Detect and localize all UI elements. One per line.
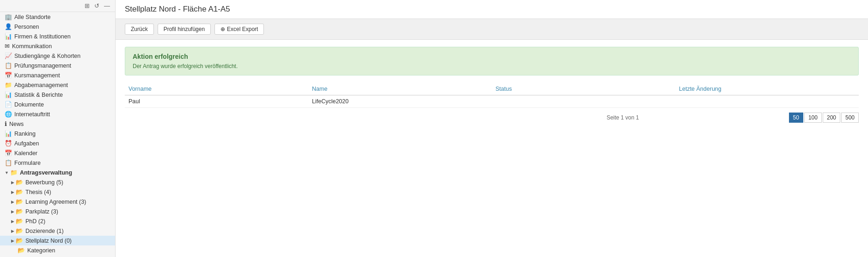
- item-label-studiengaenge: Studiengänge & Kohorten: [14, 53, 80, 59]
- page-size-200[interactable]: 200: [823, 113, 840, 123]
- sidebar-item-kursmanagement[interactable]: 📅Kursmanagement: [0, 70, 115, 80]
- item-icon-parkplatz: 📂: [16, 208, 23, 215]
- item-icon-formulare: 📋: [5, 159, 12, 166]
- sidebar-item-alle-standorte[interactable]: 🏢Alle Standorte: [0, 12, 115, 22]
- item-icon-stellplatz-nord: 📂: [16, 237, 23, 244]
- success-title: Aktion erfolgreich: [133, 53, 851, 60]
- page-title: Stellplatz Nord - Fläche A1-A5: [125, 5, 859, 14]
- table-header: Vorname Name Status Letzte Änderung: [125, 83, 859, 95]
- item-label-kalender: Kalender: [14, 150, 37, 157]
- item-label-kategorien: Kategorien: [27, 247, 55, 254]
- arrow-icon: ▶: [11, 200, 14, 204]
- item-label-antragsverwaltung: Antragsverwaltung: [20, 169, 72, 176]
- item-label-dokumente: Dokumente: [14, 101, 44, 108]
- sidebar-top-icons: ⊞ ↺ —: [0, 0, 115, 12]
- collapse-icon[interactable]: —: [103, 2, 111, 10]
- cell-name: LifeCycle2020: [308, 95, 492, 108]
- page-size-500[interactable]: 500: [841, 113, 859, 123]
- arrow-icon: ▶: [11, 229, 14, 233]
- item-icon-ranking: 📊: [5, 130, 12, 137]
- sidebar-items-container: 🏢Alle Standorte👤Personen📊Firmen & Instit…: [0, 12, 115, 257]
- item-label-aufgaben: Aufgaben: [14, 140, 39, 147]
- item-label-statistik: Statistik & Berichte: [14, 92, 63, 98]
- sidebar-item-phd[interactable]: ▶📂PhD (2): [0, 216, 115, 226]
- col-name[interactable]: Name: [308, 83, 492, 95]
- item-label-personen: Personen: [14, 24, 39, 30]
- item-icon-statistik: 📊: [5, 91, 12, 98]
- sidebar-item-internetauftritt[interactable]: 🌐Internetauftritt: [0, 109, 115, 119]
- sidebar-item-kalender[interactable]: 📅Kalender: [0, 148, 115, 158]
- item-label-parkplatz: Parkplatz (3): [25, 208, 58, 215]
- col-vorname[interactable]: Vorname: [125, 83, 308, 95]
- item-label-firmen: Firmen & Institutionen: [14, 33, 71, 40]
- item-icon-studiengaenge: 📈: [5, 52, 12, 59]
- arrow-icon: ▶: [11, 190, 14, 194]
- item-icon-thesis: 📂: [16, 188, 23, 195]
- sidebar-item-pruefungsmanagement[interactable]: 📋Prüfungsmanagement: [0, 61, 115, 70]
- back-button[interactable]: Zurück: [125, 24, 154, 35]
- item-icon-learning-agreement: 📂: [16, 198, 23, 205]
- page-header: Stellplatz Nord - Fläche A1-A5: [116, 0, 868, 19]
- item-icon-kalender: 📅: [5, 150, 12, 157]
- item-icon-aufgaben: ⏰: [5, 140, 12, 147]
- item-label-alle-standorte: Alle Standorte: [14, 14, 51, 20]
- item-icon-phd: 📂: [16, 218, 23, 225]
- item-icon-antragsverwaltung: 📁: [10, 169, 18, 176]
- sidebar-item-antragsverwaltung[interactable]: ▼📁Antragsverwaltung: [0, 168, 115, 177]
- sidebar-item-formulare[interactable]: 📋Formulare: [0, 158, 115, 168]
- excel-icon: ⊕: [220, 26, 225, 32]
- item-icon-kursmanagement: 📅: [5, 72, 12, 79]
- col-letzte-aenderung[interactable]: Letzte Änderung: [675, 83, 859, 95]
- sidebar-item-ranking[interactable]: 📊Ranking: [0, 129, 115, 138]
- data-table: Vorname Name Status Letzte Änderung Paul…: [125, 83, 859, 108]
- item-icon-internetauftritt: 🌐: [5, 111, 12, 118]
- main-content: Stellplatz Nord - Fläche A1-A5 Zurück Pr…: [116, 0, 868, 257]
- sidebar-item-dozierende[interactable]: ▶📂Dozierende (1): [0, 226, 115, 236]
- sidebar-item-studiengaenge[interactable]: 📈Studiengänge & Kohorten: [0, 51, 115, 61]
- item-label-formulare: Formulare: [14, 160, 41, 166]
- excel-export-label: Excel Export: [227, 26, 258, 32]
- sidebar-item-thesis[interactable]: ▶📂Thesis (4): [0, 187, 115, 197]
- sidebar-item-kategorien[interactable]: 📂Kategorien: [0, 245, 115, 255]
- page-size-50[interactable]: 50: [789, 113, 803, 123]
- item-icon-pruefungsmanagement: 📋: [5, 62, 12, 69]
- item-icon-alle-standorte: 🏢: [5, 13, 12, 20]
- page-size-100[interactable]: 100: [804, 113, 822, 123]
- item-label-ranking: Ranking: [14, 131, 36, 137]
- item-icon-news: ℹ: [5, 120, 7, 127]
- sidebar-item-kommunikation[interactable]: ✉Kommunikation: [0, 41, 115, 51]
- item-label-learning-agreement: Learning Agreement (3): [25, 199, 86, 205]
- expand-icon[interactable]: ⊞: [83, 2, 91, 10]
- item-label-thesis: Thesis (4): [25, 189, 51, 195]
- sidebar-item-statistik[interactable]: 📊Statistik & Berichte: [0, 90, 115, 100]
- item-label-stellplatz-nord: Stellplatz Nord (0): [25, 238, 72, 244]
- sidebar: ⊞ ↺ — 🏢Alle Standorte👤Personen📊Firmen & …: [0, 0, 116, 257]
- excel-export-button[interactable]: ⊕ Excel Export: [214, 24, 264, 35]
- sidebar-item-news[interactable]: ℹNews: [0, 119, 115, 129]
- item-label-pruefungsmanagement: Prüfungsmanagement: [14, 63, 71, 69]
- sidebar-item-learning-agreement[interactable]: ▶📂Learning Agreement (3): [0, 197, 115, 207]
- sidebar-item-parkplatz[interactable]: ▶📂Parkplatz (3): [0, 207, 115, 216]
- page-size-buttons: 50 100 200 500: [789, 113, 859, 123]
- item-icon-kommunikation: ✉: [5, 43, 10, 50]
- sidebar-item-firmen[interactable]: 📊Firmen & Institutionen: [0, 31, 115, 41]
- sidebar-item-dokumente[interactable]: 📄Dokumente: [0, 100, 115, 109]
- refresh-icon[interactable]: ↺: [93, 2, 101, 10]
- item-icon-dozierende: 📂: [16, 227, 23, 234]
- add-profile-button[interactable]: Profil hinzufügen: [158, 24, 211, 35]
- sidebar-item-stellplatz-nord[interactable]: ▶📂Stellplatz Nord (0): [0, 236, 115, 245]
- item-icon-firmen: 📊: [5, 33, 12, 40]
- item-label-kursmanagement: Kursmanagement: [14, 72, 60, 79]
- success-box: Aktion erfolgreich Der Antrag wurde erfo…: [125, 47, 859, 75]
- sidebar-item-personen[interactable]: 👤Personen: [0, 22, 115, 31]
- item-icon-dokumente: 📄: [5, 101, 12, 108]
- sidebar-item-aufgaben[interactable]: ⏰Aufgaben: [0, 138, 115, 148]
- sidebar-item-bewerbung[interactable]: ▶📂Bewerbung (5): [0, 177, 115, 187]
- sidebar-item-abgabemanagement[interactable]: 📁Abgabemanagement: [0, 80, 115, 90]
- col-status[interactable]: Status: [492, 83, 675, 95]
- sidebar-item-status[interactable]: 📂Status: [0, 255, 115, 257]
- item-icon-abgabemanagement: 📁: [5, 81, 12, 88]
- table-body: PaulLifeCycle2020: [125, 95, 859, 108]
- item-label-internetauftritt: Internetauftritt: [14, 111, 50, 118]
- arrow-icon: ▶: [11, 238, 14, 243]
